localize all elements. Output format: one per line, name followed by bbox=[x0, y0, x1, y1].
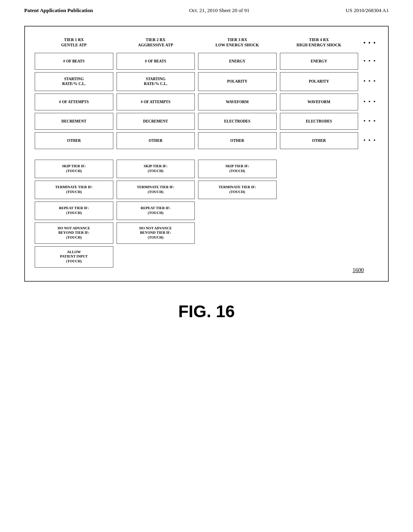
dots-lower-row3 bbox=[360, 200, 380, 221]
dots-lower-row5 bbox=[360, 245, 380, 269]
diagram-container: TIER 1 RX GENTLE ATP TIER 2 RX AGGRESSIV… bbox=[24, 26, 389, 282]
cell-tier3-skip[interactable]: SKIP TIER IF: (TOUCH) bbox=[198, 160, 277, 178]
cell-tier4-row2[interactable]: POLARITY bbox=[280, 72, 359, 91]
cell-tier3-row4[interactable]: ELECTRODES bbox=[198, 113, 277, 130]
cell-tier1-row4[interactable]: DECREMENT bbox=[35, 113, 113, 130]
cell-tier1-terminate[interactable]: TERMINATE TIER IF: (TOUCH) bbox=[35, 181, 113, 199]
cell-tier2-row1[interactable]: # OF BEATS bbox=[117, 53, 195, 70]
cell-tier2-repeat[interactable]: REPEAT TIER IF: (TOUCH) bbox=[117, 202, 195, 220]
header-publication-label: Patent Application Publication bbox=[24, 7, 93, 14]
cell-tier4-donotadvance-empty bbox=[280, 222, 359, 244]
dots-lower-row2 bbox=[360, 179, 380, 200]
cell-tier1-allowpatient[interactable]: ALLOW PATIENT INPUT (TOUCH) bbox=[35, 246, 113, 268]
dots-lower-row1 bbox=[360, 158, 380, 179]
cell-tier2-row5[interactable]: OTHER bbox=[117, 132, 195, 149]
cell-tier4-skip-empty bbox=[280, 160, 359, 178]
cell-tier1-row2[interactable]: STARTING RATE/% C.L. bbox=[35, 72, 113, 91]
cell-tier1-row3[interactable]: # OF ATTEMPTS bbox=[35, 94, 113, 110]
cell-tier1-donotadvance[interactable]: DO NOT ADVANCE BEYOND TIER IF: (TOUCH) bbox=[35, 222, 113, 244]
cell-tier2-row4[interactable]: DECREMENT bbox=[117, 113, 195, 130]
cell-tier4-row4[interactable]: ELECTRODES bbox=[280, 113, 359, 130]
tier-grid: TIER 1 RX GENTLE ATP TIER 2 RX AGGRESSIV… bbox=[33, 35, 380, 269]
dots-row5: • • • bbox=[360, 131, 380, 150]
cell-tier3-row1[interactable]: ENERGY bbox=[198, 53, 277, 70]
page-header: Patent Application Publication Oct. 21, … bbox=[0, 0, 413, 18]
cell-tier3-row5[interactable]: OTHER bbox=[198, 132, 277, 149]
cell-tier2-row2[interactable]: STARTING RATE/% C.L. bbox=[117, 72, 195, 91]
cell-tier1-repeat[interactable]: REPEAT TIER IF: (TOUCH) bbox=[35, 202, 113, 220]
cell-tier1-row5[interactable]: OTHER bbox=[35, 132, 113, 149]
tier3-header: TIER 3 RX LOW ENERGY SHOCK bbox=[196, 35, 278, 52]
cell-tier2-donotadvance[interactable]: DO NOT ADVANCE BEYOND TIER IF: (TOUCH) bbox=[117, 222, 195, 244]
cell-tier2-skip[interactable]: SKIP TIER IF: (TOUCH) bbox=[117, 160, 195, 178]
cell-tier3-allowpatient-empty bbox=[198, 246, 277, 268]
tier4-header: TIER 4 RX HIGH ENERGY SHOCK bbox=[278, 35, 360, 52]
cell-tier2-allowpatient-empty bbox=[117, 246, 195, 268]
cell-tier3-donotadvance-empty bbox=[198, 222, 277, 244]
cell-tier4-row1[interactable]: ENERGY bbox=[280, 53, 359, 70]
tier4-dots-header: • • • bbox=[360, 35, 380, 52]
figure-caption: FIG. 16 bbox=[0, 302, 413, 321]
cell-tier2-terminate[interactable]: TERMINATE TIER IF: (TOUCH) bbox=[117, 181, 195, 199]
dots-lower-row4 bbox=[360, 221, 380, 245]
cell-tier3-repeat-empty bbox=[198, 202, 277, 220]
cell-tier2-row3[interactable]: # OF ATTEMPTS bbox=[117, 94, 195, 110]
cell-tier4-terminate-empty bbox=[280, 181, 359, 199]
dots-row2: • • • bbox=[360, 71, 380, 92]
dots-row3: • • • bbox=[360, 92, 380, 112]
dots-row4: • • • bbox=[360, 112, 380, 131]
cell-tier1-row1[interactable]: # OF BEATS bbox=[35, 53, 113, 70]
section-spacer bbox=[33, 150, 380, 158]
cell-tier4-row3[interactable]: WAVEFORM bbox=[280, 94, 359, 110]
header-patent-number: US 2010/268304 A1 bbox=[346, 7, 389, 14]
dots-row1: • • • bbox=[360, 52, 380, 71]
cell-tier4-allowpatient-empty bbox=[280, 246, 359, 268]
cell-tier3-row3[interactable]: WAVEFORM bbox=[198, 94, 277, 110]
reference-number: 1600 bbox=[353, 267, 364, 274]
cell-tier4-repeat-empty bbox=[280, 202, 359, 220]
tier2-header: TIER 2 RX AGGRESSIVE ATP bbox=[115, 35, 197, 52]
tier1-header: TIER 1 RX GENTLE ATP bbox=[33, 35, 115, 52]
cell-tier3-terminate[interactable]: TERMINATE TIER IF: (TOUCH) bbox=[198, 181, 277, 199]
cell-tier4-row5[interactable]: OTHER bbox=[280, 132, 359, 149]
cell-tier1-skip[interactable]: SKIP TIER IF: (TOUCH) bbox=[35, 160, 113, 178]
header-date-sheet: Oct. 21, 2010 Sheet 20 of 91 bbox=[189, 7, 249, 14]
cell-tier3-row2[interactable]: POLARITY bbox=[198, 72, 277, 91]
